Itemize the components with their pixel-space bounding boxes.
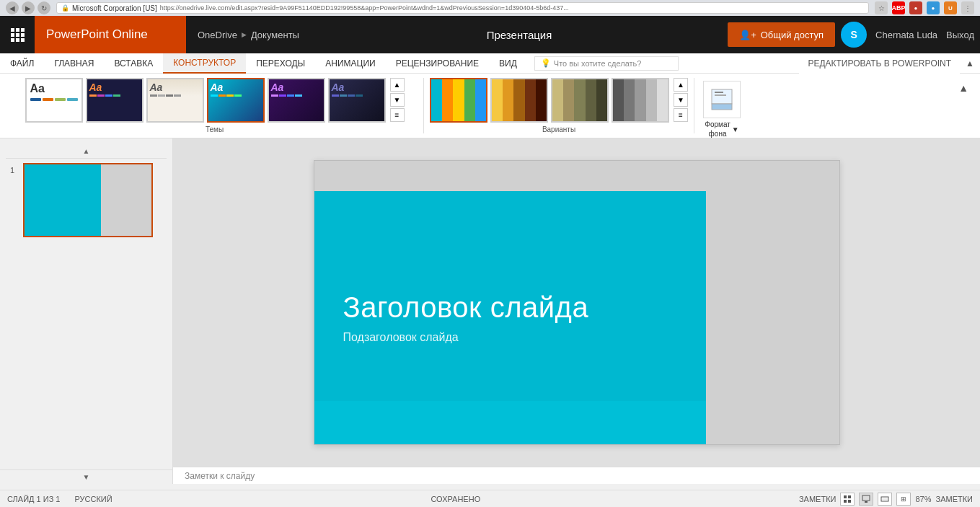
refresh-button[interactable]: ↻ <box>37 1 50 14</box>
themes-scroll-up[interactable]: ▲ <box>390 78 405 92</box>
slide-thumb-1[interactable] <box>23 163 153 237</box>
view-fit-icon[interactable] <box>878 493 892 506</box>
collapse-ribbon-button[interactable]: ▲ <box>960 58 980 69</box>
back-button[interactable]: ◀ <box>6 1 19 14</box>
edit-in-ppt-button[interactable]: РЕДАКТИРОВАТЬ В POWERPOINT <box>799 53 960 74</box>
breadcrumb-doc[interactable]: Документы <box>251 30 299 40</box>
slide-canvas: Заголовок слайда Подзаголовок слайда <box>173 138 980 467</box>
svg-rect-2 <box>715 92 723 93</box>
menu-insert[interactable]: ВСТАВКА <box>104 53 163 74</box>
slide-main[interactable]: Заголовок слайда Подзаголовок слайда <box>314 160 840 445</box>
search-icon: 💡 <box>541 58 551 68</box>
slide-right-gray <box>706 191 839 444</box>
format-bg-button[interactable] <box>703 81 741 118</box>
menu-file[interactable]: ФАЙЛ <box>0 53 44 74</box>
svg-rect-4 <box>844 495 847 498</box>
format-bg-icon <box>709 87 735 113</box>
menu-transitions[interactable]: ПЕРЕХОДЫ <box>246 53 315 74</box>
menu-design[interactable]: КОНСТРУКТОР <box>163 53 246 74</box>
svg-rect-3 <box>715 94 726 96</box>
app-header: PowerPoint Online OneDrive ▶ Документы П… <box>0 16 980 53</box>
ribbon: Aa Aa <box>0 74 980 138</box>
slide-number: 1 <box>10 163 19 175</box>
menu-home[interactable]: ГЛАВНАЯ <box>44 53 104 74</box>
ext-icon2[interactable]: ● <box>927 1 940 14</box>
grid-menu-icon[interactable] <box>0 16 35 53</box>
search-input[interactable]: 💡 Что вы хотите сделать? <box>534 56 679 71</box>
address-bar[interactable]: 🔒 Microsoft Corporation [US] https://one… <box>56 2 869 14</box>
format-bg-text: Форматфона <box>705 120 730 138</box>
menu-animations[interactable]: АНИМАЦИИ <box>315 53 385 74</box>
ext-icon1[interactable]: ● <box>909 1 922 14</box>
collapse-ribbon-btn[interactable]: ▲ <box>955 81 971 95</box>
user-name[interactable]: Chernata Luda <box>875 30 937 40</box>
slides-scroll-down[interactable]: ▼ <box>0 469 172 484</box>
themes-label: Темы <box>206 125 224 133</box>
variants-scroll-down[interactable]: ▼ <box>674 93 688 107</box>
theme-3[interactable]: Aa <box>207 78 265 123</box>
breadcrumb-root[interactable]: OneDrive <box>198 30 237 40</box>
status-bar: СЛАЙД 1 ИЗ 1 РУССКИЙ СОХРАНЕНО ЗАМЕТКИ ⊞… <box>0 490 980 507</box>
notes-status-label: ЗАМЕТКИ <box>799 495 836 503</box>
theme-1[interactable]: Aa <box>86 78 144 123</box>
variants-more[interactable]: ≡ <box>674 108 688 122</box>
format-bg-dropdown-icon: ▼ <box>732 125 739 134</box>
svg-rect-8 <box>862 495 870 501</box>
theme-default[interactable]: Aa <box>25 78 83 123</box>
abp-icon[interactable]: ABP <box>892 1 905 14</box>
slide-info: СЛАЙД 1 ИЗ 1 <box>7 495 60 503</box>
svg-rect-1 <box>712 104 732 110</box>
presentation-title[interactable]: Презентация <box>311 29 728 41</box>
variants-group: ▲ ▼ ≡ Варианты <box>424 78 694 133</box>
zoom-level: 87% <box>915 495 931 503</box>
breadcrumb: OneDrive ▶ Документы <box>186 30 311 40</box>
search-placeholder: Что вы хотите сделать? <box>554 59 642 68</box>
slides-panel: ▲ 1 ▼ <box>0 138 173 484</box>
variants-row: ▲ ▼ ≡ <box>430 78 688 123</box>
variant-1[interactable] <box>430 78 487 123</box>
slide-title[interactable]: Заголовок слайда <box>343 291 679 324</box>
app-title: PowerPoint Online <box>35 16 186 53</box>
themes-more[interactable]: ≡ <box>390 108 405 122</box>
notes-area[interactable]: Заметки к слайду <box>173 467 980 484</box>
themes-row: Aa Aa <box>25 78 405 123</box>
menu-view[interactable]: ВИД <box>489 53 527 74</box>
slide-teal-section: Заголовок слайда Подзаголовок слайда <box>314 191 707 444</box>
theme-4[interactable]: Aa <box>268 78 325 123</box>
variants-scroll-up[interactable]: ▲ <box>674 78 688 92</box>
share-button[interactable]: 👤+ Общий доступ <box>728 22 835 47</box>
variant-3[interactable] <box>551 78 609 123</box>
canvas-area: Заголовок слайда Подзаголовок слайда Зам… <box>173 138 980 484</box>
menu-review[interactable]: РЕЦЕНЗИРОВАНИЕ <box>386 53 489 74</box>
status-right: ЗАМЕТКИ ⊞ 87% ЗАМЕТКИ <box>799 493 973 506</box>
lock-icon: 🔒 <box>61 4 69 12</box>
themes-scroll-down[interactable]: ▼ <box>390 93 405 107</box>
slides-scroll-up[interactable]: ▲ <box>6 144 167 159</box>
search-area: 💡 Что вы хотите сделать? <box>534 56 793 71</box>
url-bar: https://onedrive.live.com/edit.aspx?resi… <box>160 4 569 12</box>
slide-top-gray <box>314 161 839 191</box>
variant-4[interactable] <box>612 78 669 123</box>
browser-chrome: ◀ ▶ ↻ 🔒 Microsoft Corporation [US] https… <box>0 0 980 16</box>
share-icon: 👤+ <box>739 30 756 40</box>
theme-2[interactable]: Aa <box>146 78 204 123</box>
user-icon[interactable]: U <box>944 1 957 14</box>
skype-button[interactable]: S <box>841 22 867 48</box>
view-zoom-fit-icon[interactable]: ⊞ <box>896 493 911 506</box>
svg-rect-9 <box>865 501 868 503</box>
theme-5[interactable]: Aa <box>328 78 386 123</box>
slide-subtitle[interactable]: Подзаголовок слайда <box>343 331 679 344</box>
sign-out-button[interactable]: Выход <box>946 30 974 40</box>
view-normal-icon[interactable] <box>840 493 855 506</box>
share-label: Общий доступ <box>761 30 824 40</box>
menu-bar: ФАЙЛ ГЛАВНАЯ ВСТАВКА КОНСТРУКТОР ПЕРЕХОД… <box>0 53 980 74</box>
menu-icon[interactable]: ⋮ <box>961 1 974 14</box>
svg-rect-7 <box>848 500 851 503</box>
notes-placeholder: Заметки к слайду <box>185 471 255 481</box>
format-bg-label[interactable]: Форматфона ▼ <box>705 120 738 138</box>
forward-button[interactable]: ▶ <box>22 1 35 14</box>
star-icon[interactable]: ☆ <box>875 1 888 14</box>
variant-2[interactable] <box>490 78 548 123</box>
view-slideshow-icon[interactable] <box>859 493 873 506</box>
breadcrumb-chevron-icon: ▶ <box>242 31 247 38</box>
